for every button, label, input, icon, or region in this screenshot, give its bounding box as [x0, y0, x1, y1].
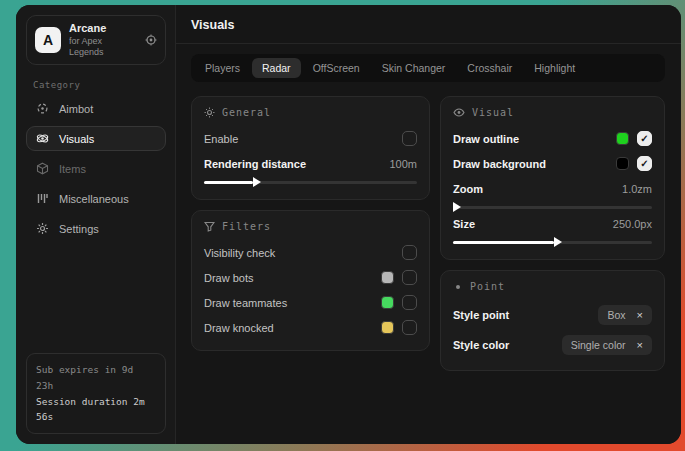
- content: General Enable ✓ Rendering distance 100m: [176, 82, 681, 371]
- clear-icon[interactable]: ×: [637, 310, 643, 321]
- tab-players[interactable]: Players: [195, 58, 250, 78]
- tab-crosshair[interactable]: Crosshair: [457, 58, 522, 78]
- draw-knocked-color-swatch[interactable]: [381, 321, 394, 334]
- draw-background-checkbox[interactable]: ✓: [637, 156, 652, 171]
- zoom-label: Zoom: [453, 183, 483, 195]
- rendering-distance-row: Rendering distance 100m: [204, 153, 417, 174]
- style-color-value: Single color: [571, 339, 626, 351]
- zoom-row: Zoom 1.0zm: [453, 178, 652, 199]
- sidebar-item-label: Miscellaneous: [59, 193, 129, 205]
- style-point-value: Box: [607, 309, 625, 321]
- draw-knocked-row: Draw knocked ✓: [204, 317, 417, 338]
- draw-teammates-color-swatch[interactable]: [381, 296, 394, 309]
- enable-label: Enable: [204, 133, 238, 145]
- panel-title: Point: [470, 281, 505, 292]
- clear-icon[interactable]: ×: [637, 340, 643, 351]
- app-title: Arcane: [69, 22, 137, 36]
- panel-visual: Visual Draw outline ✓ Draw background: [440, 96, 665, 260]
- rendering-distance-label: Rendering distance: [204, 158, 306, 170]
- visibility-check-row: Visibility check ✓: [204, 242, 417, 263]
- draw-teammates-row: Draw teammates ✓: [204, 292, 417, 313]
- session-duration-text: Session duration 2m 56s: [36, 394, 156, 425]
- eye-icon: [36, 132, 50, 145]
- rendering-distance-slider[interactable]: [204, 181, 417, 184]
- sidebar-item-label: Visuals: [59, 133, 94, 145]
- draw-bots-checkbox[interactable]: ✓: [402, 270, 417, 285]
- sidebar-item-visuals[interactable]: Visuals: [26, 126, 166, 151]
- eye-icon: [453, 107, 465, 118]
- gear-icon: [36, 222, 50, 235]
- sidebar-item-aimbot[interactable]: Aimbot: [26, 96, 166, 121]
- draw-knocked-checkbox[interactable]: ✓: [402, 320, 417, 335]
- draw-outline-color-swatch[interactable]: [616, 132, 629, 145]
- sidebar-item-label: Settings: [59, 223, 99, 235]
- sidebar-item-label: Aimbot: [59, 103, 93, 115]
- style-color-select[interactable]: Single color ×: [562, 335, 652, 355]
- panel-filters: Filters Visibility check ✓ Draw bots ✓: [191, 210, 430, 351]
- panel-title: General: [222, 107, 271, 118]
- rendering-distance-value: 100m: [389, 158, 417, 170]
- target-icon[interactable]: [145, 34, 157, 46]
- visibility-check-checkbox[interactable]: ✓: [402, 245, 417, 260]
- slider-thumb[interactable]: [253, 177, 261, 187]
- enable-row: Enable ✓: [204, 128, 417, 149]
- draw-bots-row: Draw bots ✓: [204, 267, 417, 288]
- app-subtitle: for Apex Legends: [69, 36, 137, 59]
- draw-outline-checkbox[interactable]: ✓: [637, 131, 652, 146]
- style-point-select[interactable]: Box ×: [598, 305, 652, 325]
- slider-thumb[interactable]: [554, 237, 562, 247]
- app-window: A Arcane for Apex Legends Category Aimbo…: [16, 5, 681, 444]
- style-color-row: Style color Single color ×: [453, 332, 652, 358]
- package-icon: [36, 162, 50, 175]
- sidebar: A Arcane for Apex Legends Category Aimbo…: [16, 5, 176, 444]
- sidebar-item-miscellaneous[interactable]: Miscellaneous: [26, 186, 166, 211]
- tab-offscreen[interactable]: OffScreen: [303, 58, 370, 78]
- draw-outline-row: Draw outline ✓: [453, 128, 652, 149]
- dot-icon: [453, 282, 463, 292]
- sidebar-nav: Aimbot Visuals Items Miscellaneous: [26, 96, 166, 241]
- sidebar-item-settings[interactable]: Settings: [26, 216, 166, 241]
- panel-title: Visual: [472, 107, 514, 118]
- size-label: Size: [453, 218, 475, 230]
- sun-icon: [204, 107, 215, 118]
- funnel-icon: [204, 221, 215, 232]
- sidebar-item-label: Items: [59, 163, 86, 175]
- page-title: Visuals: [191, 18, 665, 32]
- crosshair-icon: [36, 102, 50, 115]
- logo-card: A Arcane for Apex Legends: [26, 15, 166, 65]
- tab-skin-changer[interactable]: Skin Changer: [372, 58, 456, 78]
- tab-bar: Players Radar OffScreen Skin Changer Cro…: [191, 54, 665, 82]
- panel-general: General Enable ✓ Rendering distance 100m: [191, 96, 430, 200]
- sub-expiry-text: Sub expires in 9d 23h: [36, 362, 156, 393]
- zoom-value: 1.0zm: [622, 183, 652, 195]
- enable-checkbox[interactable]: ✓: [402, 131, 417, 146]
- tab-highlight[interactable]: Highlight: [524, 58, 585, 78]
- size-slider[interactable]: [453, 241, 652, 244]
- draw-background-color-swatch[interactable]: [616, 157, 629, 170]
- category-label: Category: [33, 80, 166, 90]
- draw-teammates-checkbox[interactable]: ✓: [402, 295, 417, 310]
- style-point-row: Style point Box ×: [453, 302, 652, 328]
- zoom-slider[interactable]: [453, 206, 652, 209]
- slider-thumb[interactable]: [453, 202, 461, 212]
- subscription-info: Sub expires in 9d 23h Session duration 2…: [26, 353, 166, 434]
- main-header: Visuals: [176, 5, 681, 44]
- size-row: Size 250.0px: [453, 213, 652, 234]
- app-logo: A: [35, 27, 61, 53]
- tab-radar[interactable]: Radar: [252, 58, 301, 78]
- bars-icon: [36, 192, 50, 205]
- draw-background-row: Draw background ✓: [453, 153, 652, 174]
- panel-point: Point Style point Box × Style color Sing…: [440, 270, 665, 371]
- panel-title: Filters: [222, 221, 271, 232]
- sidebar-item-items[interactable]: Items: [26, 156, 166, 181]
- main-area: Visuals Players Radar OffScreen Skin Cha…: [176, 5, 681, 444]
- size-value: 250.0px: [613, 218, 652, 230]
- draw-bots-color-swatch[interactable]: [381, 271, 394, 284]
